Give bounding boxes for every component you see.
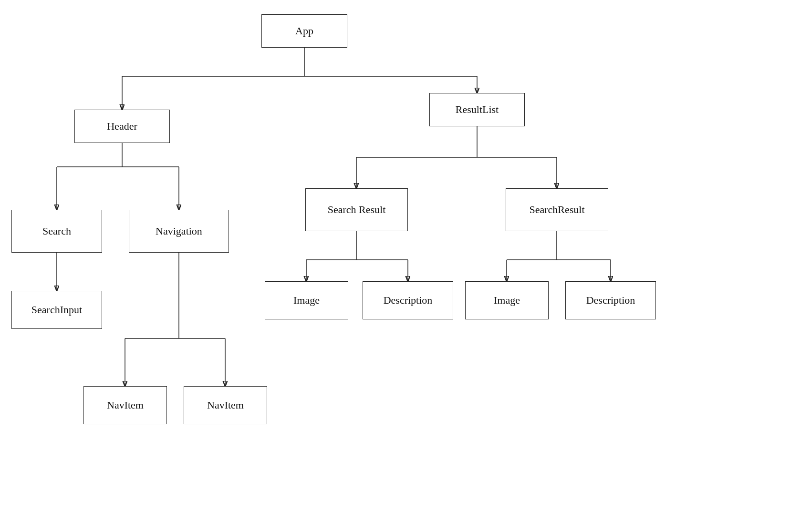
node-search: Search — [11, 210, 102, 253]
node-description-1: Description — [363, 281, 453, 319]
node-search-result-1: Search Result — [305, 188, 408, 231]
node-image-2: Image — [465, 281, 549, 319]
node-search-input: SearchInput — [11, 291, 102, 329]
node-navigation: Navigation — [129, 210, 229, 253]
node-image-1: Image — [265, 281, 348, 319]
node-app: App — [261, 14, 347, 48]
node-header: Header — [74, 110, 170, 143]
node-result-list: ResultList — [429, 93, 525, 126]
node-nav-item-2: NavItem — [184, 386, 267, 424]
component-tree-diagram: App Header ResultList Search Navigation … — [0, 0, 811, 532]
node-search-result-2: SearchResult — [506, 188, 608, 231]
node-nav-item-1: NavItem — [83, 386, 167, 424]
connector-lines — [0, 0, 811, 532]
node-description-2: Description — [565, 281, 656, 319]
